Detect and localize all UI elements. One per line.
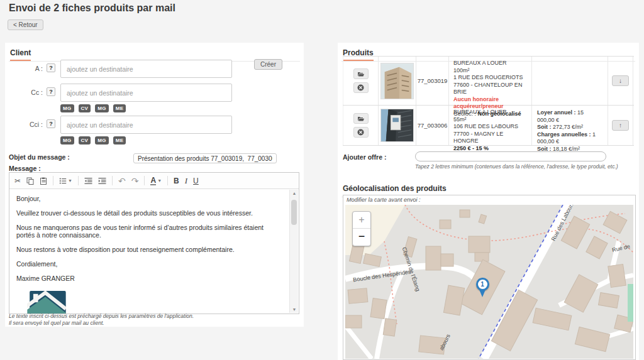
product-reference: 77_003006 [416, 106, 449, 145]
product-photo-cell [379, 57, 416, 105]
redo-icon[interactable]: ↷ [131, 177, 139, 185]
recipient-badge[interactable]: MG [95, 136, 109, 145]
add-offer-hint: Tapez 2 lettres minimum (contenues dans … [415, 163, 618, 170]
product-financial [532, 57, 608, 105]
italic-icon[interactable]: I [185, 177, 187, 185]
map-canvas[interactable]: + − Rue des Labours Rue de Boucle des He… [345, 205, 633, 359]
to-label: A : [5, 65, 43, 72]
agency-logo: DEMO [24, 291, 69, 314]
products-panel: Produits [338, 43, 639, 360]
message-footnote: Le texte inscrit ci-dessus est préchargé… [9, 313, 194, 326]
map-marker[interactable]: 1 [475, 278, 490, 297]
scroll-down-icon[interactable]: ▼ [290, 307, 299, 312]
scrollbar-thumb[interactable] [291, 200, 297, 225]
product-photo[interactable] [380, 109, 414, 142]
font-color-icon[interactable]: A▼ [150, 177, 162, 185]
remove-product-icon[interactable] [353, 82, 369, 93]
cci-label: Cci : [5, 121, 43, 128]
paste-icon[interactable] [40, 177, 47, 185]
move-up-icon[interactable]: ↑ [612, 120, 629, 131]
product-move-cell: ↑ [608, 106, 633, 145]
editor-toolbar: ✂ ▼ ↶ [9, 173, 299, 189]
indent-icon[interactable] [98, 177, 106, 185]
recipient-badge[interactable]: ME [113, 136, 126, 145]
page-title: Envoi de 2 fiches produits par mail [9, 3, 175, 14]
cut-icon[interactable]: ✂ [14, 177, 21, 185]
client-section-title: Client [10, 48, 31, 61]
list-icon[interactable]: ▼ [59, 177, 72, 185]
subject-label: Objet du message : [9, 153, 70, 161]
zoom-out-button[interactable]: − [353, 229, 370, 246]
open-folder-icon[interactable] [353, 68, 369, 79]
map-marker-tail [479, 290, 486, 297]
zoom-in-button[interactable]: + [353, 212, 370, 229]
undo-icon[interactable]: ↶ [118, 177, 126, 185]
cc-badges: MG CV MG ME [60, 104, 126, 112]
cci-help-icon[interactable]: ? [47, 119, 55, 128]
subject-input[interactable] [133, 153, 277, 163]
outdent-icon[interactable] [84, 177, 92, 185]
product-financial: Loyer annuel : 15 000,00 € Soit : 272,73… [532, 106, 608, 145]
add-offer-input[interactable] [415, 151, 606, 161]
map-marker-number: 1 [476, 278, 489, 291]
message-line: Veuillez trouver ci-dessous le détail de… [16, 209, 284, 217]
map-container: Modifier la carte avant envoi : [343, 195, 636, 360]
create-contact-button[interactable]: Créer [254, 59, 282, 70]
message-body[interactable]: Bonjour, Veuillez trouver ci-dessous le … [9, 189, 299, 314]
map-zoom-control: + − [352, 211, 371, 246]
cc-input[interactable] [60, 84, 232, 102]
open-folder-icon[interactable] [353, 113, 369, 124]
underline-icon[interactable]: U [193, 177, 199, 185]
recipient-badge[interactable]: MG [60, 104, 74, 112]
client-panel: Client A : ? Créer Cc : ? MG CV MG ME Cc… [5, 43, 304, 327]
recipient-badge[interactable]: CV [79, 104, 91, 112]
message-line: Nous ne manquerons pas de vous tenir inf… [16, 224, 284, 239]
product-photo-cell [379, 106, 416, 145]
bold-icon[interactable]: B [174, 177, 179, 185]
remove-product-icon[interactable] [353, 127, 369, 138]
to-input[interactable] [60, 60, 232, 78]
product-row: 77_003006 BUREAUX A LOUER 55m² 106 RUE D… [343, 106, 634, 146]
product-details: BUREAUX A LOUER 100m² 1 RUE DES ROUGERIO… [449, 57, 532, 105]
recipient-badge[interactable]: MG [95, 104, 109, 112]
recipient-badge[interactable]: CV [79, 136, 91, 145]
message-editor: ✂ ▼ ↶ [9, 172, 299, 314]
product-row: 77_003019 BUREAUX A LOUER 100m² 1 RUE DE… [343, 57, 634, 106]
add-offer-label: Ajouter offre : [343, 153, 386, 161]
recipient-badge[interactable]: MG [60, 136, 74, 145]
copy-icon[interactable] [26, 177, 34, 185]
message-line: Cordialement, [16, 260, 284, 268]
map-edit-note: Modifier la carte avant envoi : [347, 197, 421, 203]
product-move-cell: ↓ [608, 57, 633, 105]
products-table: 77_003019 BUREAUX A LOUER 100m² 1 RUE DE… [343, 56, 634, 146]
scroll-up-icon[interactable]: ▲ [290, 191, 299, 195]
recipient-badge[interactable]: ME [113, 104, 126, 112]
back-button[interactable]: < Retour [8, 19, 43, 30]
to-help-icon[interactable]: ? [47, 63, 55, 72]
product-actions [343, 57, 379, 105]
product-details: BUREAUX A LOUER 55m² 106 RUE DES LABOURS… [449, 106, 532, 145]
cc-help-icon[interactable]: ? [47, 87, 55, 96]
move-down-icon[interactable]: ↓ [612, 75, 629, 86]
message-line: Nous restons à votre disposition pour to… [16, 246, 284, 253]
agency-logo-icon [27, 291, 66, 314]
message-label: Message : [9, 165, 41, 172]
cci-input[interactable] [60, 116, 232, 134]
cc-label: Cc : [5, 89, 43, 96]
cci-badges: MG CV MG ME [60, 136, 126, 145]
editor-scrollbar[interactable]: ▲ ▼ [289, 190, 298, 313]
product-actions [343, 106, 379, 145]
page: Envoi de 2 fiches produits par mail < Re… [0, 0, 644, 360]
message-line: Bonjour, [16, 195, 284, 202]
product-reference: 77_003019 [416, 57, 449, 105]
product-photo[interactable] [380, 63, 414, 99]
message-line: Maxime GRANGER [16, 275, 284, 282]
